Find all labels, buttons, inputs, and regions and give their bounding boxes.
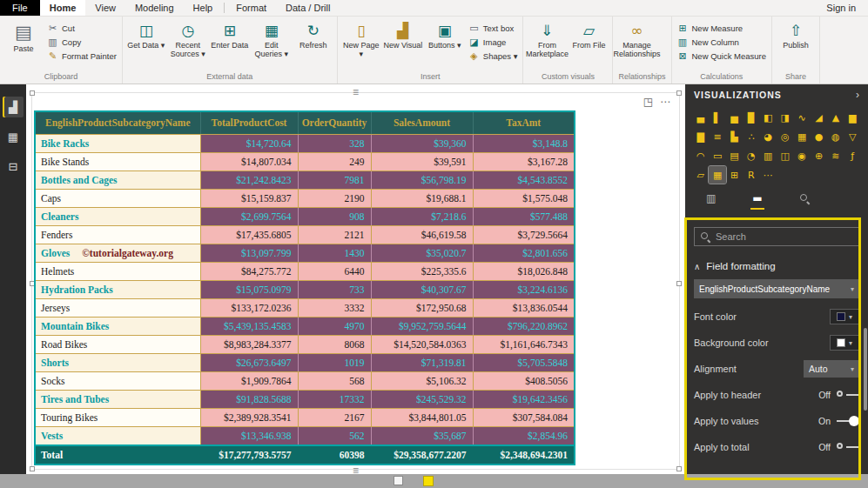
section-header[interactable]: ∧ Field formatting xyxy=(694,257,859,276)
resize-handle-nw[interactable] xyxy=(30,90,35,96)
get-data-button[interactable]: ◫Get Data ▾ xyxy=(126,19,166,50)
fields-tab[interactable]: ▥ xyxy=(704,187,717,210)
new-quick-measure-icon: ⊠ xyxy=(677,50,689,62)
sign-in-button[interactable]: Sign in xyxy=(814,0,868,16)
clustered-bar-chart-icon[interactable]: ▅ xyxy=(726,109,743,126)
new-page-button[interactable]: ▯New Page ▾ xyxy=(341,19,381,58)
ribbon-tab-modeling[interactable]: Modeling xyxy=(125,0,184,16)
ribbon-tab-data-drill[interactable]: Data / Drill xyxy=(276,0,340,16)
ribbon-chart-icon[interactable]: ≡ xyxy=(709,128,725,145)
refresh-icon: ↻ xyxy=(307,22,320,39)
matrix-icon[interactable]: ⊞ xyxy=(726,166,743,184)
table-icon[interactable]: ▦ xyxy=(709,166,725,184)
copy-button[interactable]: ▥Copy xyxy=(47,37,117,48)
more-options-icon[interactable]: ⋯ xyxy=(760,166,777,184)
resize-handle-ne[interactable] xyxy=(676,90,682,96)
multi-row-card-icon[interactable]: ▤ xyxy=(726,147,743,164)
custom-visual-2-icon[interactable]: ƒ xyxy=(844,147,861,164)
background-color-picker[interactable]: ▾ xyxy=(830,335,859,351)
model-view-button[interactable]: ⊟ xyxy=(3,156,24,177)
edit-queries-button[interactable]: ▦Edit Queries ▾ xyxy=(252,19,292,58)
gauge-chart-icon[interactable]: ◠ xyxy=(692,147,709,164)
card-icon[interactable]: ▭ xyxy=(709,147,725,164)
alignment-dropdown[interactable]: Auto▾ xyxy=(804,360,859,378)
publish-button[interactable]: ⇧Publish xyxy=(776,19,816,50)
waterfall-chart-icon[interactable]: ▙ xyxy=(726,128,743,145)
cut-button[interactable]: ✂Cut xyxy=(47,23,117,34)
line-and-stacked-column-chart-icon[interactable]: ▆ xyxy=(844,109,861,126)
format-painter-button[interactable]: ✎Format Painter xyxy=(47,50,117,62)
funnel-chart-icon[interactable]: ▽ xyxy=(844,128,861,145)
drag-handle-top[interactable]: ≡ xyxy=(353,88,359,97)
ribbon-tab-help[interactable]: Help xyxy=(184,0,223,16)
file-menu-button[interactable]: File xyxy=(0,0,40,16)
focus-mode-icon[interactable]: ◳ xyxy=(643,96,653,108)
filled-map-icon[interactable]: ◍ xyxy=(827,128,844,145)
page-tab[interactable] xyxy=(394,476,403,485)
ribbon-group-share: ⇧PublishShare xyxy=(772,17,820,84)
ribbon-tab-view[interactable]: View xyxy=(85,0,125,16)
r-script-visual-icon[interactable]: R xyxy=(743,166,759,184)
table-visual[interactable]: ≡ ≡ ◳ ⋯ EnglishProductSubcategoryNameTot… xyxy=(31,92,680,470)
recent-sources-button[interactable]: ◷Recent Sources ▾ xyxy=(168,19,208,58)
panel-scrollbar[interactable] xyxy=(864,328,867,411)
area-chart-icon[interactable]: ◢ xyxy=(811,109,827,126)
slicer-icon[interactable]: ▥ xyxy=(760,147,777,164)
custom-visual-3-icon[interactable]: ▱ xyxy=(692,166,709,184)
manage-relationships-button[interactable]: ∞Manage Relationships xyxy=(616,19,656,58)
collapse-panel-icon[interactable]: › xyxy=(856,89,859,101)
line-chart-icon[interactable]: ∿ xyxy=(793,109,810,126)
more-options-icon[interactable]: ⋯ xyxy=(660,96,670,108)
shape-map-icon[interactable]: ◉ xyxy=(793,147,810,164)
power-apps-icon[interactable]: ⊕ xyxy=(811,147,827,164)
enter-data-button[interactable]: ⊞Enter Data xyxy=(210,19,250,50)
report-canvas[interactable]: ≡ ≡ ◳ ⋯ EnglishProductSubcategoryNameTot… xyxy=(26,84,685,474)
ribbon-tab-home[interactable]: Home xyxy=(40,0,86,16)
arcgis-map-icon[interactable]: ◫ xyxy=(777,147,793,164)
scatter-chart-icon[interactable]: ∴ xyxy=(743,128,759,145)
from-file-button[interactable]: ▱From File xyxy=(569,19,609,50)
treemap-icon[interactable]: ▦ xyxy=(793,128,810,145)
buttons-button[interactable]: ▣Buttons ▾ xyxy=(425,19,465,50)
resize-handle-sw[interactable] xyxy=(30,466,35,471)
new-visual-button[interactable]: ▟New Visual xyxy=(383,19,423,50)
kpi-icon[interactable]: ◔ xyxy=(743,147,759,164)
clustered-column-chart-icon[interactable]: ▉ xyxy=(743,109,759,126)
apply-to-values-toggle[interactable] xyxy=(837,415,859,427)
100-stacked-column-chart-icon[interactable]: ◨ xyxy=(777,109,793,126)
search-input[interactable]: Search xyxy=(694,227,859,246)
custom-visual-1-icon[interactable]: ≋ xyxy=(827,147,844,164)
100-stacked-bar-chart-icon[interactable]: ◧ xyxy=(760,109,777,126)
line-and-clustered-column-chart-icon[interactable]: ▇ xyxy=(692,128,709,145)
stacked-column-chart-icon[interactable]: ▌ xyxy=(709,109,725,126)
map-icon[interactable]: ● xyxy=(811,128,827,145)
pie-chart-icon[interactable]: ◕ xyxy=(760,128,777,145)
apply-to-total-toggle[interactable] xyxy=(837,441,859,453)
new-quick-measure-button[interactable]: ⊠New Quick Measure xyxy=(677,50,767,62)
value-cell: $3,729.5664 xyxy=(473,225,575,244)
field-selector-dropdown[interactable]: EnglishProductSubcategoryName ▾ xyxy=(694,279,859,298)
report-view-button[interactable]: ▟ xyxy=(3,97,24,117)
stacked-area-chart-icon[interactable]: ▲ xyxy=(827,109,844,126)
image-button[interactable]: ◪Image xyxy=(468,37,518,48)
apply-to-header-toggle[interactable] xyxy=(837,389,859,401)
paste-button[interactable]: ▤Paste xyxy=(3,19,44,53)
report-view-icon: ▟ xyxy=(9,101,17,114)
analytics-tab[interactable] xyxy=(797,187,811,210)
new-measure-button[interactable]: ⊞New Measure xyxy=(677,23,767,34)
chevron-down-icon: ▾ xyxy=(849,339,852,347)
donut-chart-icon[interactable]: ◎ xyxy=(777,128,793,145)
data-view-button[interactable]: ▦ xyxy=(3,126,24,147)
resize-handle-se[interactable] xyxy=(676,466,682,471)
new-column-button[interactable]: ▥New Column xyxy=(677,37,767,48)
ribbon-tab-format[interactable]: Format xyxy=(226,0,276,16)
resize-handle-e[interactable] xyxy=(676,281,682,286)
format-tab[interactable]: ▬ xyxy=(750,187,764,210)
shapes-button[interactable]: ◈Shapes ▾ xyxy=(468,50,518,62)
from-marketplace-button[interactable]: ⇓From Marketplace xyxy=(527,19,567,58)
value-cell: $3,224.6136 xyxy=(473,280,575,298)
stacked-bar-chart-icon[interactable]: ▄ xyxy=(692,109,709,126)
font-color-picker[interactable]: ▾ xyxy=(830,309,859,324)
text-box-button[interactable]: ▭Text box xyxy=(468,23,518,34)
refresh-button[interactable]: ↻Refresh xyxy=(293,19,333,50)
